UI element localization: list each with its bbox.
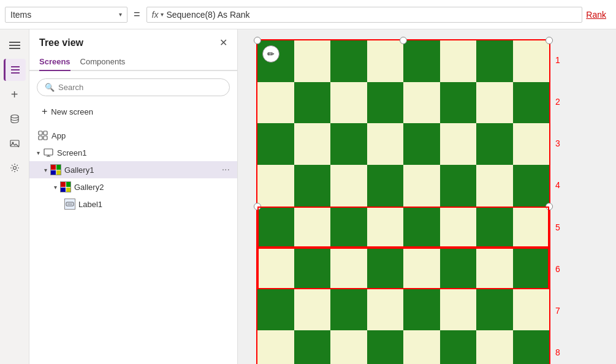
- tree-panel: Tree view ✕ Screens Components 🔍 + New s…: [29, 29, 238, 364]
- svg-rect-8: [44, 131, 47, 135]
- label1-label: Label1: [78, 200, 230, 209]
- tab-screens[interactable]: Screens: [39, 53, 70, 71]
- tree-actions: + New screen: [29, 101, 237, 124]
- handle-mid-left[interactable]: [254, 203, 261, 210]
- gallery1-icon: [50, 164, 62, 176]
- items-dropdown[interactable]: Items ▾: [5, 7, 127, 23]
- layers-icon[interactable]: [4, 59, 26, 81]
- tree-item-app[interactable]: App: [29, 127, 237, 144]
- rank-label-2: 2: [555, 97, 560, 107]
- tab-components[interactable]: Components: [80, 53, 126, 71]
- chevron-down-icon: ▾: [37, 150, 40, 156]
- svg-rect-7: [39, 131, 42, 135]
- equals-sign: =: [134, 8, 140, 21]
- rank-label-1: 1: [555, 55, 560, 65]
- screen-icon: [42, 146, 55, 159]
- handle-top-left[interactable]: [254, 37, 261, 44]
- plus-icon: +: [42, 106, 47, 117]
- rank-label: Rank: [586, 10, 611, 20]
- rank-label-8: 8: [555, 347, 560, 357]
- formula-text: Sequence(8) As Rank: [166, 10, 577, 20]
- settings-icon[interactable]: [4, 157, 26, 179]
- label1-icon: [64, 198, 76, 210]
- tree-items: App ▾ Screen1 ▾: [29, 124, 237, 364]
- dropdown-arrow-icon: ▾: [119, 11, 122, 18]
- media-icon[interactable]: [4, 132, 26, 154]
- main-content: + Tree view ✕ Screens Components 🔍 + New…: [0, 29, 616, 364]
- app-label: App: [51, 131, 230, 140]
- gallery2-chevron-icon: ▾: [54, 184, 57, 191]
- rank-label-6: 6: [555, 264, 560, 274]
- rank-label-4: 4: [555, 180, 560, 190]
- checkerboard-container: ✏: [256, 39, 550, 364]
- svg-rect-11: [44, 149, 53, 155]
- new-screen-button[interactable]: + New screen: [37, 104, 230, 119]
- gallery2-icon: [59, 181, 72, 193]
- search-box: 🔍: [37, 78, 230, 96]
- rank-label-5: 5: [555, 222, 560, 232]
- add-icon[interactable]: +: [4, 83, 26, 105]
- svg-rect-9: [39, 136, 42, 140]
- svg-rect-1: [11, 69, 20, 70]
- rank-label-7: 7: [555, 306, 560, 316]
- fx-chevron-icon: ▾: [161, 11, 164, 18]
- svg-point-6: [13, 167, 16, 170]
- tree-item-screen1[interactable]: ▾ Screen1: [29, 144, 237, 161]
- handle-mid-right[interactable]: [546, 203, 553, 210]
- svg-rect-10: [44, 136, 47, 140]
- handle-top-mid[interactable]: [400, 37, 407, 44]
- search-input[interactable]: [58, 83, 222, 92]
- tree-title: Tree view: [39, 37, 83, 48]
- top-bar: Items ▾ = fx ▾ Sequence(8) As Rank Rank: [0, 0, 616, 29]
- svg-rect-2: [11, 72, 20, 74]
- tree-item-label1[interactable]: Label1: [29, 195, 237, 213]
- rank-labels: 12345678: [550, 39, 565, 364]
- formula-bar[interactable]: fx ▾ Sequence(8) As Rank: [146, 7, 583, 23]
- canvas-area[interactable]: ✏ 12345678: [238, 29, 616, 364]
- svg-rect-0: [11, 66, 20, 67]
- close-button[interactable]: ✕: [219, 37, 227, 48]
- items-dropdown-text: Items: [10, 10, 114, 20]
- search-icon: 🔍: [45, 83, 55, 92]
- hamburger-menu-icon[interactable]: [4, 34, 26, 56]
- screen1-label: Screen1: [57, 148, 230, 157]
- app-grid-icon: [37, 129, 49, 142]
- tree-item-gallery1[interactable]: ▾ Gallery1 ···: [29, 161, 237, 178]
- checkerboard: ✏: [256, 39, 550, 364]
- data-icon[interactable]: [4, 108, 26, 130]
- rank-label-3: 3: [555, 138, 560, 148]
- gallery1-label: Gallery1: [64, 165, 219, 175]
- svg-point-3: [11, 115, 18, 118]
- icon-rail: +: [0, 29, 29, 364]
- gallery1-chevron-icon: ▾: [44, 167, 47, 173]
- fx-label: fx: [152, 10, 159, 20]
- handle-top-right[interactable]: [546, 37, 553, 44]
- tree-item-gallery2[interactable]: ▾ Gallery2: [29, 178, 237, 195]
- gallery1-more-icon[interactable]: ···: [222, 164, 230, 175]
- edit-icon[interactable]: ✏: [262, 45, 279, 63]
- gallery2-label: Gallery2: [74, 183, 230, 192]
- tree-header: Tree view ✕: [29, 29, 237, 53]
- new-screen-label: New screen: [51, 107, 93, 116]
- tree-tabs: Screens Components: [29, 53, 237, 71]
